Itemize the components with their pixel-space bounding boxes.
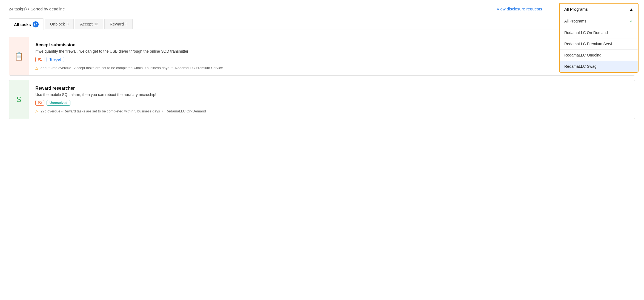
dropdown-item-premium[interactable]: RedamaLLC Premium Servi... xyxy=(560,38,638,50)
task-summary: 24 task(s) • Sorted by deadline xyxy=(9,7,65,11)
tab-unblock-count: 3 xyxy=(67,22,68,26)
tab-all-tasks-label: All tasks xyxy=(14,22,31,27)
task-priority-1: P1 xyxy=(35,57,44,62)
task-program-1: RedamaLLC Premium Service xyxy=(175,66,223,70)
task-overdue-1: about 2mo overdue - Accept tasks are set… xyxy=(41,66,169,70)
tab-reward-label: Reward xyxy=(110,22,124,26)
task-status-1: Triaged xyxy=(47,57,64,62)
meta-dot-1: • xyxy=(171,66,173,70)
dropdown-item-label-premium: RedamaLLC Premium Servi... xyxy=(564,42,615,46)
dropdown-outer-border: All Programs ▲ All Programs ✓ RedamaLLC … xyxy=(559,3,639,73)
task-overdue-2: 27d overdue - Reward tasks are set to be… xyxy=(41,109,160,113)
task-card-left-1: 📋 xyxy=(9,37,29,75)
task-title-2: Reward researcher xyxy=(35,86,628,91)
tab-all-tasks[interactable]: All tasks 24 xyxy=(9,18,44,30)
task-card-2[interactable]: $ Reward researcher Use the mobile SQL a… xyxy=(9,80,635,119)
page-container: 24 task(s) • Sorted by deadline View dis… xyxy=(0,0,644,130)
tab-accept-count: 13 xyxy=(94,22,98,26)
dropdown-item-label-ongoing: RedamaLLC Ongoing xyxy=(564,53,601,57)
header-row: 24 task(s) • Sorted by deadline View dis… xyxy=(9,7,635,11)
dropdown-item-ondemand[interactable]: RedamaLLC On-Demand xyxy=(560,27,638,38)
task-tags-2: P2 Unresolved xyxy=(35,100,628,106)
task-priority-2: P2 xyxy=(35,100,44,106)
dropdown-item-swag[interactable]: RedamaLLC Swag xyxy=(560,61,638,72)
dropdown-item-ongoing[interactable]: RedamaLLC Ongoing xyxy=(560,50,638,61)
check-icon: ✓ xyxy=(630,18,633,24)
task-description-2: Use the mobile SQL alarm, then you can r… xyxy=(35,92,628,97)
tab-accept[interactable]: Accept 13 xyxy=(75,19,103,29)
tab-unblock[interactable]: Unblock 3 xyxy=(45,19,74,29)
dropdown-list: All Programs ✓ RedamaLLC On-Demand Redam… xyxy=(560,15,638,72)
task-title-1: Accept submission xyxy=(35,43,628,47)
task-meta-1: △ about 2mo overdue - Accept tasks are s… xyxy=(35,66,628,70)
chevron-up-icon: ▲ xyxy=(629,7,633,12)
accept-icon: 📋 xyxy=(14,52,24,61)
dropdown-item-label-swag: RedamaLLC Swag xyxy=(564,64,597,69)
tab-unblock-label: Unblock xyxy=(50,22,65,26)
dropdown-trigger[interactable]: All Programs ▲ xyxy=(560,4,638,15)
tabs-row: All tasks 24 Unblock 3 Accept 13 Reward … xyxy=(9,18,635,30)
view-disclosure-link[interactable]: View disclosure requests xyxy=(497,7,542,11)
tab-reward-count: 8 xyxy=(125,22,127,26)
warning-icon-2: △ xyxy=(35,109,38,113)
task-meta-2: △ 27d overdue - Reward tasks are set to … xyxy=(35,109,628,113)
tab-reward[interactable]: Reward 8 xyxy=(104,19,133,29)
task-card-1[interactable]: 📋 Accept submission If we quantify the f… xyxy=(9,37,635,76)
tab-accept-label: Accept xyxy=(80,22,93,26)
task-status-2: Unresolved xyxy=(47,100,70,106)
task-card-left-2: $ xyxy=(9,80,29,119)
tab-all-tasks-badge: 24 xyxy=(33,21,39,27)
task-card-content-1: Accept submission If we quantify the fir… xyxy=(29,37,635,75)
warning-icon-1: △ xyxy=(35,66,38,70)
dropdown-item-label-ondemand: RedamaLLC On-Demand xyxy=(564,30,608,35)
dropdown-trigger-label: All Programs xyxy=(564,7,588,12)
task-description-1: If we quantify the firewall, we can get … xyxy=(35,49,628,53)
reward-icon: $ xyxy=(17,95,21,104)
task-program-2: RedamaLLC On-Demand xyxy=(165,109,206,113)
dropdown-item-all-programs[interactable]: All Programs ✓ xyxy=(560,15,638,27)
programs-dropdown-wrapper: All Programs ▲ All Programs ✓ RedamaLLC … xyxy=(559,3,639,73)
task-tags-1: P1 Triaged xyxy=(35,57,628,62)
task-card-content-2: Reward researcher Use the mobile SQL ala… xyxy=(29,80,635,119)
meta-dot-2: • xyxy=(162,109,164,113)
dropdown-item-label-all-programs: All Programs xyxy=(564,19,586,23)
